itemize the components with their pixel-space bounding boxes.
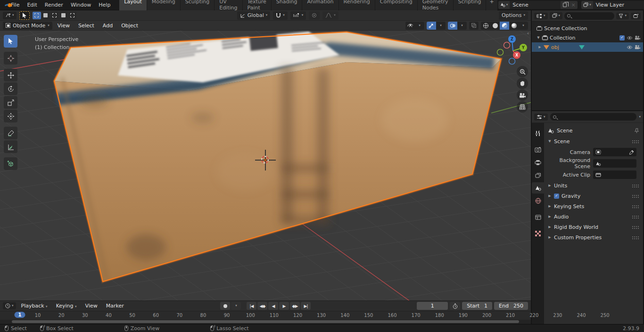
panel-rigid-body-world[interactable]: ▶ Rigid Body World — [544, 222, 643, 232]
show-gizmo-toggle[interactable] — [427, 22, 436, 30]
active-tool-select-box[interactable] — [19, 11, 30, 20]
outliner-filter-dropdown[interactable]: ▾ — [616, 13, 629, 19]
scrollbar-thumb[interactable] — [12, 320, 519, 323]
shading-material-preview-button[interactable] — [500, 22, 509, 30]
tool-move[interactable] — [4, 69, 17, 81]
select-mode-intersect[interactable] — [68, 12, 77, 19]
xray-toggle[interactable] — [469, 22, 479, 30]
tab-view-layer-properties[interactable] — [532, 170, 544, 181]
gizmo-dropdown[interactable]: ▾ — [436, 22, 446, 30]
select-mode-subtract[interactable] — [50, 12, 59, 19]
outliner-search-input[interactable] — [564, 12, 614, 20]
shading-wireframe-button[interactable] — [481, 22, 490, 30]
play-button[interactable]: ▶ — [279, 302, 289, 310]
drag-handle-icon[interactable] — [632, 205, 639, 208]
tab-object-properties[interactable] — [532, 211, 544, 223]
tool-3d-cursor[interactable] — [4, 52, 17, 65]
axis-negative-y-ball[interactable] — [497, 49, 504, 56]
keying-dropdown[interactable]: ▾ — [231, 302, 241, 310]
tool-add-cube[interactable] — [4, 157, 17, 170]
eye-icon[interactable] — [627, 45, 633, 49]
panel-units[interactable]: ▶ Units — [544, 180, 643, 191]
expand-arrow-icon[interactable]: ▶ — [538, 45, 542, 49]
timeline-menu-marker[interactable]: Marker — [103, 302, 127, 310]
outliner-editor-selector[interactable]: ▾ — [534, 13, 548, 19]
drag-handle-icon[interactable] — [632, 236, 639, 239]
scene-browse-button[interactable]: ▾ — [498, 1, 510, 9]
scene-new-button[interactable] — [561, 1, 569, 9]
shading-rendered-button[interactable] — [509, 22, 519, 30]
next-keyframe-button[interactable]: ◆▶ — [290, 302, 300, 310]
viewport-menu-object[interactable]: Object — [118, 22, 141, 30]
select-mode-extend[interactable] — [41, 12, 50, 19]
camera-view-button[interactable] — [517, 89, 528, 101]
eyedropper-icon[interactable] — [629, 150, 634, 155]
auto-keying-button[interactable] — [220, 302, 230, 310]
pan-view-button[interactable] — [517, 78, 528, 89]
transform-orientation-dropdown[interactable]: Global ▾ — [237, 11, 271, 20]
shading-dropdown[interactable]: ▾ — [519, 22, 528, 30]
frame-end-field[interactable]: End250 — [494, 302, 528, 310]
view-layer-browse-button[interactable]: ▾ — [581, 1, 593, 9]
box-object[interactable] — [54, 32, 501, 282]
panel-custom-properties[interactable]: ▶ Custom Properties — [544, 232, 643, 243]
tab-world-properties[interactable] — [532, 195, 544, 206]
jump-to-end-button[interactable]: ▶| — [301, 302, 311, 310]
active-clip-field[interactable] — [593, 170, 636, 179]
gravity-checkbox[interactable]: ✓ — [554, 194, 559, 199]
tab-render-properties[interactable] — [532, 144, 544, 155]
axis-negative-z-ball[interactable] — [509, 58, 515, 65]
timeline-scrollbar[interactable] — [0, 320, 531, 324]
pin-icon[interactable] — [634, 128, 639, 133]
camera-icon[interactable] — [635, 35, 640, 40]
menu-render[interactable]: Render — [41, 1, 66, 9]
outliner-row-scene-collection[interactable]: Scene Collection — [532, 24, 643, 33]
background-scene-field[interactable] — [593, 159, 636, 168]
camera-icon[interactable] — [635, 45, 640, 49]
frame-start-field[interactable]: Start1 — [462, 302, 492, 310]
new-collection-button[interactable] — [631, 13, 641, 19]
show-overlays-toggle[interactable] — [448, 22, 457, 30]
timeline-menu-view[interactable]: View — [82, 302, 101, 310]
camera-field[interactable] — [593, 148, 636, 156]
viewport-menu-select[interactable]: Select — [75, 22, 98, 30]
panel-keying-sets[interactable]: ▶ Keying Sets — [544, 201, 643, 211]
expand-arrow-icon[interactable]: ▼ — [537, 36, 540, 40]
navigation-gizmo[interactable]: Z Y X — [495, 33, 531, 69]
drag-handle-icon[interactable] — [632, 184, 639, 187]
timeline-ruler[interactable]: 1 10203040506070809010011012013014015016… — [0, 311, 531, 320]
drag-handle-icon[interactable] — [632, 140, 639, 143]
proportional-falloff-dropdown[interactable]: ▾ — [322, 11, 339, 20]
outliner-display-mode[interactable]: ▾ — [550, 12, 563, 19]
outliner-row-collection[interactable]: ▼ Collection ✓ — [532, 33, 643, 42]
select-mode-new[interactable] — [33, 12, 41, 19]
tool-annotate[interactable] — [4, 127, 17, 139]
axis-negative-x-ball[interactable] — [504, 42, 510, 49]
mode-selector[interactable]: Object Mode ▾ — [3, 22, 52, 30]
tab-texture-properties[interactable] — [532, 228, 544, 239]
tab-tool-properties[interactable] — [532, 128, 544, 139]
drag-handle-icon[interactable] — [632, 194, 639, 198]
timeline-editor-selector[interactable]: ▾ — [3, 302, 16, 309]
options-dropdown[interactable]: Options ▾ — [499, 11, 528, 20]
viewport-3d[interactable]: User Perspective (1) Collection ‹ — [0, 31, 531, 300]
overlays-dropdown[interactable]: ▾ — [457, 22, 467, 30]
object-type-visibility-dropdown[interactable]: ▾ — [405, 22, 424, 30]
proportional-editing-toggle[interactable] — [309, 11, 320, 20]
panel-scene[interactable]: ▼ Scene — [544, 136, 643, 146]
viewport-menu-add[interactable]: Add — [99, 22, 116, 30]
menu-help[interactable]: Help — [95, 1, 114, 9]
tool-rotate[interactable] — [4, 82, 17, 95]
properties-editor-selector[interactable]: ▾ — [534, 113, 548, 121]
drag-handle-icon[interactable] — [632, 215, 639, 219]
current-frame-field[interactable]: 1 — [417, 302, 448, 310]
perspective-toggle-button[interactable] — [517, 101, 528, 113]
prev-keyframe-button[interactable]: ◀◆ — [257, 302, 267, 310]
timeline-menu-playback[interactable]: Playback ▾ — [18, 302, 51, 310]
drag-handle-icon[interactable] — [632, 226, 639, 229]
menu-window[interactable]: Window — [67, 1, 94, 9]
menu-edit[interactable]: Edit — [24, 1, 40, 9]
panel-audio[interactable]: ▶ Audio — [544, 211, 643, 222]
eye-icon[interactable] — [627, 36, 633, 40]
use-preview-range-button[interactable] — [450, 302, 460, 310]
